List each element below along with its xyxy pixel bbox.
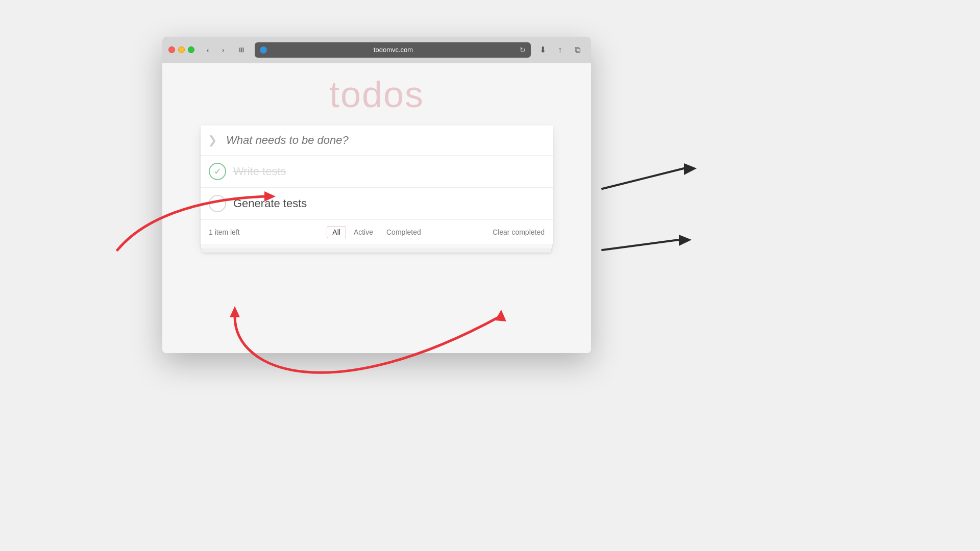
dark-arrow-1-head <box>684 163 697 175</box>
close-button[interactable] <box>168 46 175 53</box>
sidebar-button[interactable]: ⊞ <box>234 43 249 57</box>
todo-label-2: Generate tests <box>233 197 307 210</box>
todo-container: ❯ Write tests Generate tests <box>201 126 553 244</box>
filter-active-button[interactable]: Active <box>348 226 379 238</box>
address-bar[interactable]: 🌐 todomvc.com ↻ <box>255 42 531 58</box>
browser-toolbar: ‹ › ⊞ 🌐 todomvc.com ↻ ⬇ ↑ ⧉ <box>162 37 591 63</box>
sidebar-icon: ⊞ <box>239 46 244 54</box>
maximize-button[interactable] <box>188 46 194 53</box>
items-left-count: 1 item left <box>209 228 327 236</box>
todo-input-area: ❯ <box>201 126 553 156</box>
todomvc-app: todos ❯ Write tests Generate tests <box>162 63 591 253</box>
dark-arrow-2-path <box>602 240 679 250</box>
dark-arrow-1-path <box>602 168 684 189</box>
tabs-button[interactable]: ⧉ <box>570 42 585 58</box>
back-button[interactable]: ‹ <box>201 43 215 57</box>
favicon: 🌐 <box>260 46 267 54</box>
toggle-all-button[interactable]: ❯ <box>208 134 217 147</box>
toolbar-actions: ⬇ ↑ ⧉ <box>535 42 585 58</box>
todo-checkbox-2[interactable] <box>209 195 226 212</box>
reload-button[interactable]: ↻ <box>520 46 526 54</box>
browser-window: ‹ › ⊞ 🌐 todomvc.com ↻ ⬇ ↑ ⧉ todos ❯ <box>162 37 591 353</box>
browser-content: todos ❯ Write tests Generate tests <box>162 63 591 353</box>
todo-checkbox-1[interactable] <box>209 163 226 180</box>
forward-button[interactable]: › <box>216 43 230 57</box>
filter-buttons: All Active Completed <box>327 226 426 238</box>
list-item: Generate tests <box>201 188 553 219</box>
filter-completed-button[interactable]: Completed <box>381 226 427 238</box>
list-item: Write tests <box>201 156 553 188</box>
todo-shadow-2 <box>202 248 551 253</box>
todo-input[interactable] <box>226 134 545 147</box>
app-title: todos <box>329 73 424 115</box>
todo-footer: 1 item left All Active Completed Clear c… <box>201 219 553 244</box>
share-button[interactable]: ↑ <box>552 42 568 58</box>
dark-arrow-2-head <box>679 235 692 246</box>
minimize-button[interactable] <box>178 46 185 53</box>
download-button[interactable]: ⬇ <box>535 42 550 58</box>
todo-label-1: Write tests <box>233 165 286 178</box>
todo-shadow-1 <box>201 244 552 248</box>
url-text: todomvc.com <box>270 46 517 54</box>
traffic-lights <box>168 46 194 53</box>
todo-list: Write tests Generate tests <box>201 156 553 219</box>
filter-all-button[interactable]: All <box>327 226 346 238</box>
nav-buttons: ‹ › <box>201 43 230 57</box>
clear-completed-button[interactable]: Clear completed <box>427 228 545 236</box>
